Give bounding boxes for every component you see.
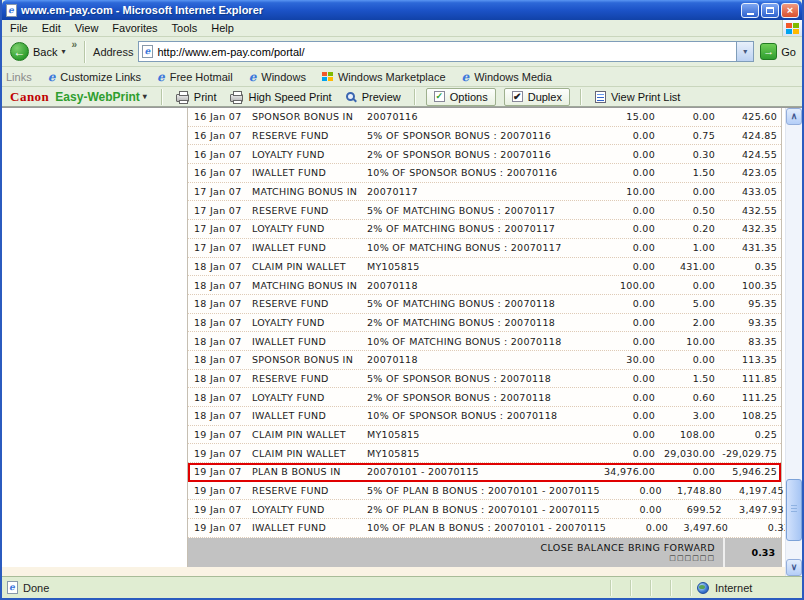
row-date: 18 Jan 07 (194, 373, 252, 384)
scroll-up-button[interactable]: ∧ (786, 108, 802, 125)
windows-flag-icon (786, 23, 799, 34)
list-icon (595, 91, 606, 103)
link-free-hotmail[interactable]: e Free Hotmail (157, 71, 233, 83)
menu-view[interactable]: View (68, 21, 106, 35)
maximize-button[interactable] (761, 3, 779, 18)
easy-webprint-menu[interactable]: Easy-WebPrint ▾ (55, 90, 146, 104)
status-bar: e Done Internet (2, 576, 802, 598)
row-balance: 83.35 (715, 336, 777, 347)
row-balance: 424.85 (715, 130, 777, 141)
row-balance: 431.35 (715, 242, 777, 253)
row-amount-in: 0.00 (593, 317, 655, 328)
done-page-icon: e (7, 581, 18, 594)
row-description: 20070118 (367, 354, 593, 365)
row-date: 18 Jan 07 (194, 280, 252, 291)
row-description: 5% OF MATCHING BONUS : 20070117 (367, 205, 593, 216)
link-customize-links[interactable]: e Customize Links (48, 71, 141, 83)
close-button[interactable]: × (781, 3, 799, 18)
page-content: 16 Jan 07 SPONSOR BONUS IN 20070116 15.0… (2, 107, 802, 576)
row-amount-in: 0.00 (593, 130, 655, 141)
toolbar-overflow-chevron[interactable]: » (71, 39, 77, 50)
row-amount-out: 0.00 (655, 354, 715, 365)
row-type: LOYALTY FUND (252, 149, 367, 160)
row-amount-out: 1.50 (655, 373, 715, 384)
row-balance: 423.05 (715, 167, 777, 178)
table-row: 19 Jan 07 IWALLET FUND 10% OF PLAN B BON… (188, 519, 781, 538)
minimize-button[interactable] (741, 3, 759, 18)
scroll-down-button[interactable]: ∨ (786, 559, 802, 576)
high-speed-print-button[interactable]: High Speed Print (223, 89, 338, 105)
browser-window: e www.em-pay.com - Microsoft Internet Ex… (0, 0, 804, 600)
windows-logo-icon (782, 20, 802, 36)
address-dropdown-button[interactable]: ▾ (736, 42, 753, 61)
menu-edit[interactable]: Edit (35, 21, 68, 35)
row-balance: 0.25 (715, 429, 777, 440)
table-row: 17 Jan 07 LOYALTY FUND 2% OF MATCHING BO… (188, 220, 781, 239)
back-label: Back (33, 46, 57, 58)
back-button[interactable]: ← Back ▾ (6, 40, 69, 63)
page-icon: e (142, 45, 153, 58)
table-row: 18 Jan 07 CLAIM PIN WALLET MY105815 0.00… (188, 258, 781, 277)
row-balance: 425.60 (715, 111, 777, 122)
row-date: 18 Jan 07 (194, 261, 252, 272)
address-value[interactable]: http://www.em-pay.com/portal/ (157, 46, 732, 58)
table-row: 19 Jan 07 PLAN B BONUS IN 20070101 - 200… (188, 463, 781, 482)
options-button[interactable]: ✓ Options (426, 88, 496, 106)
row-amount-out: 1.50 (655, 167, 715, 178)
row-amount-in: 0.00 (593, 298, 655, 309)
row-amount-in: 0.00 (606, 522, 668, 533)
vertical-scrollbar[interactable]: ∧ ∨ (785, 108, 802, 576)
row-date: 19 Jan 07 (194, 466, 252, 477)
row-amount-out: 10.00 (655, 336, 715, 347)
menu-favorites[interactable]: Favorites (105, 21, 164, 35)
row-amount-out: 0.30 (655, 149, 715, 160)
row-amount-in: 0.00 (600, 485, 662, 496)
link-windows-marketplace[interactable]: Windows Marketplace (322, 71, 446, 83)
menu-help[interactable]: Help (204, 21, 241, 35)
status-pane (610, 580, 630, 596)
table-row: 18 Jan 07 IWALLET FUND 10% OF SPONSOR BO… (188, 407, 781, 426)
row-date: 16 Jan 07 (194, 130, 252, 141)
row-type: MATCHING BONUS IN (252, 280, 367, 291)
canon-logo: Canon (10, 89, 49, 105)
row-type: CLAIM PIN WALLET (252, 429, 367, 440)
status-text: Done (23, 582, 49, 594)
row-amount-out: 0.20 (655, 223, 715, 234)
print-button[interactable]: Print (169, 89, 224, 105)
row-balance: 111.85 (715, 373, 777, 384)
row-description: 20070118 (367, 280, 593, 291)
links-bar: Links e Customize Links e Free Hotmail e… (2, 67, 802, 87)
row-type: LOYALTY FUND (252, 392, 367, 403)
row-type: MATCHING BONUS IN (252, 186, 367, 197)
row-type: LOYALTY FUND (252, 317, 367, 328)
link-windows[interactable]: e Windows (249, 71, 306, 83)
row-amount-out: 699.52 (662, 504, 722, 515)
table-row: 16 Jan 07 SPONSOR BONUS IN 20070116 15.0… (188, 108, 781, 127)
go-button[interactable]: → Go (760, 43, 796, 60)
duplex-toggle-button[interactable]: ✔ Duplex (504, 88, 570, 106)
row-amount-out: 5.00 (655, 298, 715, 309)
row-balance: 432.55 (715, 205, 777, 216)
menu-tools[interactable]: Tools (165, 21, 205, 35)
table-row: 18 Jan 07 MATCHING BONUS IN 20070118 100… (188, 276, 781, 295)
footer-label-cell: CLOSE BALANCE BRING FORWARD □□□□□□ (188, 538, 723, 568)
view-print-list-button[interactable]: View Print List (588, 89, 688, 105)
address-input[interactable]: e http://www.em-pay.com/portal/ ▾ (138, 41, 754, 62)
window-title: www.em-pay.com - Microsoft Internet Expl… (21, 4, 737, 16)
preview-button[interactable]: Preview (339, 89, 408, 105)
row-amount-out: 2.00 (655, 317, 715, 328)
table-row: 18 Jan 07 RESERVE FUND 5% OF SPONSOR BON… (188, 370, 781, 389)
back-dropdown-icon[interactable]: ▾ (61, 47, 65, 56)
row-type: IWALLET FUND (252, 336, 367, 347)
row-amount-in: 0.00 (593, 167, 655, 178)
row-amount-in: 0.00 (593, 336, 655, 347)
row-type: CLAIM PIN WALLET (252, 261, 367, 272)
row-amount-out: 108.00 (655, 429, 715, 440)
menu-file[interactable]: File (3, 21, 35, 35)
link-windows-media[interactable]: e Windows Media (462, 71, 552, 83)
scrollbar-thumb[interactable] (786, 479, 802, 541)
row-type: RESERVE FUND (252, 130, 367, 141)
table-body: 16 Jan 07 SPONSOR BONUS IN 20070116 15.0… (188, 108, 781, 538)
row-amount-out: 0.00 (655, 280, 715, 291)
row-amount-in: 0.00 (593, 392, 655, 403)
